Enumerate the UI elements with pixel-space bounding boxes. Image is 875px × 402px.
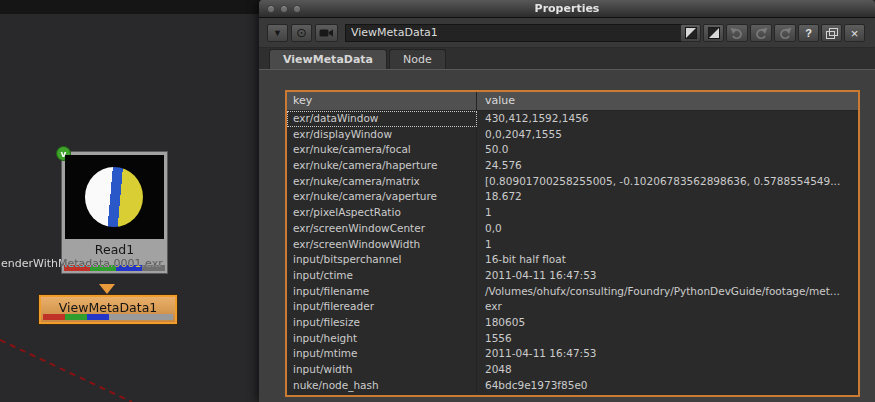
key-cell[interactable]: input/ctime	[287, 268, 477, 284]
window-title: Properties	[259, 2, 875, 15]
key-cell[interactable]: exr/nuke/camera/matrix	[287, 174, 477, 190]
value-cell[interactable]: 1	[477, 237, 858, 253]
table-row[interactable]: input/width2048	[287, 362, 858, 378]
value-cell[interactable]: 18.672	[477, 189, 858, 205]
metadata-table-body: exr/dataWindow430,412,1592,1456exr/displ…	[287, 111, 858, 393]
value-cell[interactable]: 430,412,1592,1456	[477, 111, 858, 127]
value-cell[interactable]: /Volumes/ohufx/consulting/Foundry/Python…	[477, 284, 858, 300]
half-square-icon	[685, 27, 697, 39]
value-cell[interactable]: 50.0	[477, 142, 858, 158]
node-graph-top-strip	[0, 0, 260, 14]
collapse-panel-button[interactable]: ▼	[267, 24, 288, 42]
value-cell[interactable]: 24.576	[477, 158, 858, 174]
table-row[interactable]: input/bitsperchannel16-bit half float	[287, 252, 858, 268]
key-cell[interactable]: exr/nuke/camera/focal	[287, 142, 477, 158]
read-node[interactable]: v Read1	[61, 151, 168, 274]
key-cell[interactable]: exr/nuke/camera/vaperture	[287, 189, 477, 205]
channel-strip	[43, 314, 173, 320]
table-row[interactable]: exr/screenWindowWidth1	[287, 237, 858, 253]
channel-strip-rest	[109, 314, 173, 320]
undo-arrow-icon	[730, 27, 744, 39]
key-cell[interactable]: exr/screenWindowCenter	[287, 221, 477, 237]
tab-node[interactable]: Node	[389, 49, 446, 69]
revert-button[interactable]	[774, 24, 796, 42]
table-row[interactable]: exr/screenWindowCenter0,0	[287, 221, 858, 237]
column-header-key[interactable]: key	[287, 92, 477, 110]
value-cell[interactable]: 0,0	[477, 221, 858, 237]
value-cell[interactable]: 16-bit half float	[477, 252, 858, 268]
table-row[interactable]: input/filename/Volumes/ohufx/consulting/…	[287, 284, 858, 300]
table-row[interactable]: exr/dataWindow430,412,1592,1456	[287, 111, 858, 127]
value-cell[interactable]: 2011-04-11 16:47:53	[477, 346, 858, 362]
table-row[interactable]: exr/nuke/camera/matrix[0.809017002582550…	[287, 174, 858, 190]
key-cell[interactable]: input/width	[287, 362, 477, 378]
table-row[interactable]: input/height1556	[287, 331, 858, 347]
key-cell[interactable]: input/filename	[287, 284, 477, 300]
tab-viewmetadata[interactable]: ViewMetaData	[269, 49, 387, 69]
key-cell[interactable]: exr/displayWindow	[287, 127, 477, 143]
table-row[interactable]: exr/nuke/camera/haperture24.576	[287, 158, 858, 174]
value-cell[interactable]: [0.80901700258255005, -0.102067835628986…	[477, 174, 858, 190]
thumbnail-render-shape	[85, 167, 143, 227]
key-cell[interactable]: exr/pixelAspectRatio	[287, 205, 477, 221]
float-window-icon	[826, 28, 838, 39]
revert-arrow-icon	[778, 27, 792, 39]
column-header-value[interactable]: value	[477, 92, 858, 110]
table-row[interactable]: exr/pixelAspectRatio1	[287, 205, 858, 221]
key-cell[interactable]: exr/nuke/camera/haperture	[287, 158, 477, 174]
undo-button[interactable]	[726, 24, 748, 42]
value-cell[interactable]: exr	[477, 299, 858, 315]
value-cell[interactable]: 180605	[477, 315, 858, 331]
key-cell[interactable]: nuke/node_hash	[287, 378, 477, 394]
help-button[interactable]: ?	[798, 24, 819, 42]
channels-b-button[interactable]	[703, 24, 724, 42]
table-row[interactable]: exr/nuke/camera/vaperture18.672	[287, 189, 858, 205]
viewmetadata-node[interactable]: ViewMetaData1	[39, 295, 177, 324]
nuke-workspace: v Read1 enderWithMetadata.0001.exr ViewM…	[0, 0, 875, 402]
table-row[interactable]: input/ctime2011-04-11 16:47:53	[287, 268, 858, 284]
center-target-icon: ⊙	[296, 25, 307, 40]
table-row[interactable]: input/filereaderexr	[287, 299, 858, 315]
key-cell[interactable]: input/height	[287, 331, 477, 347]
key-cell[interactable]: exr/dataWindow	[287, 111, 477, 127]
metadata-table: key value exr/dataWindow430,412,1592,145…	[285, 90, 860, 397]
channels-a-button[interactable]	[680, 24, 701, 42]
close-panel-button[interactable]: ×	[844, 24, 865, 42]
value-cell[interactable]: 64bdc9e1973f85e0	[477, 378, 858, 394]
float-panel-button[interactable]	[821, 24, 842, 42]
value-cell[interactable]: 2048	[477, 362, 858, 378]
table-row[interactable]: nuke/node_hash64bdc9e1973f85e0	[287, 378, 858, 394]
key-cell[interactable]: input/filereader	[287, 299, 477, 315]
table-row[interactable]: exr/nuke/camera/focal50.0	[287, 142, 858, 158]
question-mark-icon: ?	[805, 27, 812, 39]
properties-window: Properties ▼ ⊙	[259, 0, 875, 402]
table-row[interactable]: input/filesize180605	[287, 315, 858, 331]
green-channel-chip	[65, 314, 87, 320]
node-name-field[interactable]	[345, 24, 686, 42]
value-cell[interactable]: 1	[477, 205, 858, 221]
red-channel-chip	[43, 314, 65, 320]
center-node-button[interactable]: ⊙	[291, 24, 312, 42]
panel-body: key value exr/dataWindow430,412,1592,145…	[259, 71, 875, 402]
toolbar-right-buttons: ? ×	[680, 24, 867, 42]
capture-button[interactable]	[315, 24, 338, 42]
camera-icon	[319, 28, 334, 38]
window-titlebar[interactable]: Properties	[259, 0, 875, 18]
table-row[interactable]: exr/displayWindow0,0,2047,1555	[287, 127, 858, 143]
redo-button[interactable]	[750, 24, 772, 42]
value-cell[interactable]: 0,0,2047,1555	[477, 127, 858, 143]
key-cell[interactable]: input/mtime	[287, 346, 477, 362]
key-cell[interactable]: input/filesize	[287, 315, 477, 331]
value-cell[interactable]: 2011-04-11 16:47:53	[477, 268, 858, 284]
close-icon: ×	[851, 26, 859, 41]
table-row[interactable]: input/mtime2011-04-11 16:47:53	[287, 346, 858, 362]
node-graph-panel[interactable]: v Read1 enderWithMetadata.0001.exr ViewM…	[0, 0, 260, 402]
blue-channel-chip	[87, 314, 109, 320]
read-node-label: Read1	[62, 242, 167, 257]
node-input-arrow	[99, 284, 115, 294]
half-square-icon	[708, 27, 720, 39]
key-cell[interactable]: input/bitsperchannel	[287, 252, 477, 268]
tab-bar: ViewMetaData Node	[259, 48, 875, 70]
key-cell[interactable]: exr/screenWindowWidth	[287, 237, 477, 253]
value-cell[interactable]: 1556	[477, 331, 858, 347]
